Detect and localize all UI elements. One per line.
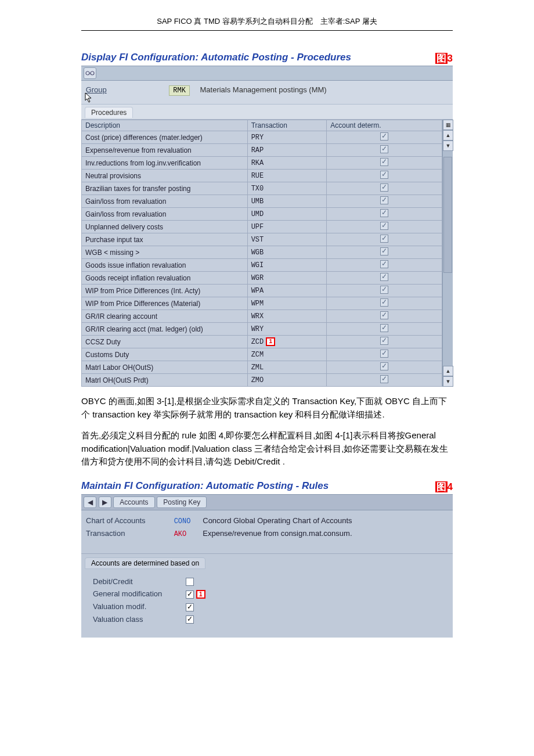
table-row[interactable]: Matrl OH(OutS Prdt)ZMO xyxy=(82,374,442,387)
table-row[interactable]: Customs DutyZCM xyxy=(82,348,442,361)
rule-checkbox[interactable] xyxy=(186,578,194,586)
rule-checkbox[interactable] xyxy=(186,615,194,624)
table-row[interactable]: Brazilian taxes for transfer postingTX0 xyxy=(82,182,442,195)
scroll-down2-icon[interactable]: ▼ xyxy=(443,376,453,387)
callout-marker: 1 xyxy=(266,337,275,346)
table-row[interactable]: WIP from Price Differences (Material)WPM xyxy=(82,297,442,310)
table-row[interactable]: Neutral provisionsRUE xyxy=(82,170,442,182)
cell-description: Matrl Labor OH(OutS) xyxy=(82,361,248,374)
table-row[interactable]: Goods issue inflation revaluationWGI xyxy=(82,259,442,272)
fig3-title: Display FI Configuration: Automatic Post… xyxy=(81,52,351,63)
cell-transaction: ZML xyxy=(247,361,327,374)
rule-label: General modification xyxy=(93,589,186,598)
checkbox-checked-icon[interactable] xyxy=(380,196,388,204)
checkbox-checked-icon[interactable] xyxy=(380,183,388,192)
checkbox-checked-icon[interactable] xyxy=(380,350,388,358)
cell-account-determ xyxy=(327,259,442,272)
cell-account-determ xyxy=(327,182,442,195)
col-account-determ[interactable]: Account determ. xyxy=(327,120,442,131)
cell-account-determ xyxy=(327,361,442,374)
cell-account-determ xyxy=(327,233,442,246)
cell-transaction: WPA xyxy=(247,285,327,297)
table-row[interactable]: Goods receipt inflation revaluationWGR xyxy=(82,272,442,285)
checkbox-checked-icon[interactable] xyxy=(380,145,388,153)
cell-description: GR/IR clearing acct (mat. ledger) (old) xyxy=(82,323,248,336)
next-button[interactable]: ▶ xyxy=(99,496,111,508)
cell-description: Goods receipt inflation revaluation xyxy=(82,272,248,285)
checkbox-checked-icon[interactable] xyxy=(380,273,388,281)
checkbox-checked-icon[interactable] xyxy=(380,247,388,255)
scroll-thumb[interactable] xyxy=(443,157,452,273)
cell-description: CCSZ Duty xyxy=(82,336,248,348)
cell-transaction: UPF xyxy=(247,221,327,233)
table-row[interactable]: Unplanned delivery costsUPF xyxy=(82,221,442,233)
cell-transaction: TX0 xyxy=(247,182,327,195)
col-description[interactable]: Description xyxy=(82,120,248,131)
table-row[interactable]: Purchase input taxVST xyxy=(82,233,442,246)
rule-label: Valuation modif. xyxy=(93,602,186,611)
table-scrollbar[interactable]: ▦ ▲ ▼ ▲ ▼ xyxy=(442,120,453,387)
rule-row: General modification1 xyxy=(93,589,447,599)
scroll-track[interactable] xyxy=(443,151,453,366)
rule-checkbox[interactable] xyxy=(186,603,194,611)
checkbox-checked-icon[interactable] xyxy=(380,171,388,179)
checkbox-checked-icon[interactable] xyxy=(380,222,388,230)
checkbox-checked-icon[interactable] xyxy=(380,311,388,319)
posting-key-button[interactable]: Posting Key xyxy=(157,496,207,508)
table-row[interactable]: Expense/revenue from revaluationRAP xyxy=(82,144,442,157)
checkbox-checked-icon[interactable] xyxy=(380,362,388,370)
scroll-up2-icon[interactable]: ▲ xyxy=(443,366,453,376)
scroll-down-icon[interactable]: ▼ xyxy=(443,141,453,151)
accounts-button[interactable]: Accounts xyxy=(113,496,154,508)
table-row[interactable]: Matrl Labor OH(OutS)ZML xyxy=(82,361,442,374)
cell-account-determ xyxy=(327,144,442,157)
cell-account-determ xyxy=(327,310,442,323)
rule-label: Debit/Credit xyxy=(93,577,186,586)
procedures-tab: Procedures xyxy=(81,105,453,120)
checkbox-checked-icon[interactable] xyxy=(380,158,388,166)
cell-transaction: WGB xyxy=(247,246,327,259)
cell-description: GR/IR clearing account xyxy=(82,310,248,323)
col-transaction[interactable]: Transaction xyxy=(247,120,327,131)
procedures-table: Description Transaction Account determ. … xyxy=(81,120,442,387)
table-row[interactable]: GR/IR clearing accountWRX xyxy=(82,310,442,323)
table-row[interactable]: Gain/loss from revaluationUMB xyxy=(82,195,442,208)
checkbox-checked-icon[interactable] xyxy=(380,375,388,383)
table-config-icon[interactable]: ▦ xyxy=(443,120,453,130)
cell-description: WIP from Price Differences (Material) xyxy=(82,297,248,310)
rule-checkbox[interactable] xyxy=(186,591,194,599)
cell-account-determ xyxy=(327,195,442,208)
checkbox-checked-icon[interactable] xyxy=(380,235,388,243)
table-row[interactable]: Gain/loss from revaluationUMD xyxy=(82,208,442,221)
cell-transaction: UMB xyxy=(247,195,327,208)
checkbox-checked-icon[interactable] xyxy=(380,260,388,268)
figure-4: Maintain FI Configuration: Automatic Pos… xyxy=(81,477,453,638)
cell-transaction: WGR xyxy=(247,272,327,285)
checkbox-checked-icon[interactable] xyxy=(380,209,388,217)
table-row[interactable]: CCSZ DutyZCD1 xyxy=(82,336,442,348)
table-row[interactable]: WGB < missing >WGB xyxy=(82,246,442,259)
cell-account-determ xyxy=(327,131,442,144)
group-code: RMK xyxy=(169,85,190,96)
cell-description: WIP from Price Differences (Int. Acty) xyxy=(82,285,248,297)
glasses-icon[interactable] xyxy=(84,67,96,79)
checkbox-checked-icon[interactable] xyxy=(380,298,388,307)
cell-transaction: UMD xyxy=(247,208,327,221)
svg-point-1 xyxy=(91,71,94,75)
cell-transaction: VST xyxy=(247,233,327,246)
cell-transaction: WGI xyxy=(247,259,327,272)
checkbox-checked-icon[interactable] xyxy=(380,286,388,294)
prev-button[interactable]: ◀ xyxy=(84,496,96,508)
table-row[interactable]: Cost (price) differences (mater.ledger)P… xyxy=(82,131,442,144)
cell-account-determ xyxy=(327,285,442,297)
cell-transaction: ZCM xyxy=(247,348,327,361)
table-row[interactable]: WIP from Price Differences (Int. Acty)WP… xyxy=(82,285,442,297)
checkbox-checked-icon[interactable] xyxy=(380,132,388,141)
scroll-up-icon[interactable]: ▲ xyxy=(443,130,453,141)
cell-description: Cost (price) differences (mater.ledger) xyxy=(82,131,248,144)
table-row[interactable]: GR/IR clearing acct (mat. ledger) (old)W… xyxy=(82,323,442,336)
checkbox-checked-icon[interactable] xyxy=(380,337,388,345)
cell-transaction: ZMO xyxy=(247,374,327,387)
table-row[interactable]: Inv.reductions from log.inv.verification… xyxy=(82,157,442,170)
checkbox-checked-icon[interactable] xyxy=(380,324,388,332)
